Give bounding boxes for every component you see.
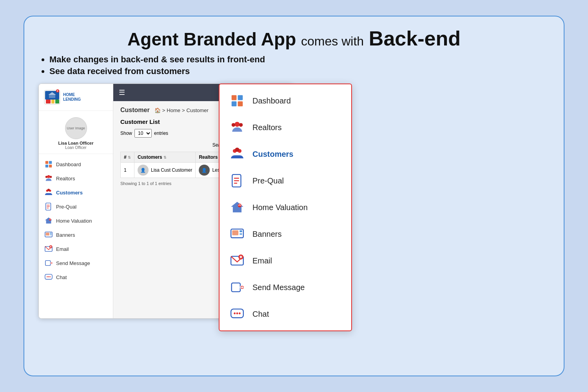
svg-rect-2 <box>46 100 51 103</box>
dashboard-popup-icon <box>230 93 245 108</box>
popup-label-dashboard: Dashboard <box>252 96 291 105</box>
sidebar-item-banners[interactable]: Banners <box>39 228 113 242</box>
svg-point-48 <box>235 148 239 152</box>
popup-icon-banners <box>228 225 246 243</box>
email-popup-icon <box>230 253 245 268</box>
sidebar-item-home-valuation[interactable]: Home Valuation <box>39 214 113 228</box>
sidebar-label-customers: Customers <box>56 190 83 196</box>
popup-item-send-message[interactable]: Send Message <box>220 274 351 301</box>
popup-menu: Dashboard Realtors Customers Pre-Qual Ho… <box>219 83 352 331</box>
popup-icon-pre-qual <box>228 172 246 190</box>
svg-point-36 <box>47 276 48 278</box>
cell-num: 1 <box>121 163 134 178</box>
bullet-1: Make changes in back-end & see results i… <box>49 54 550 65</box>
breadcrumb-sep1: > <box>162 107 165 113</box>
realtors-popup-icon <box>230 120 245 135</box>
svg-rect-56 <box>232 230 238 236</box>
popup-label-send-message: Send Message <box>252 283 305 292</box>
sidebar-item-chat[interactable]: Chat <box>39 270 113 284</box>
email-icon <box>44 245 53 253</box>
svg-rect-57 <box>240 230 242 232</box>
send-message-icon <box>44 259 53 267</box>
sidebar-item-email[interactable]: Email <box>39 242 113 256</box>
popup-icon-home-valuation <box>228 198 246 216</box>
popup-item-pre-qual[interactable]: Pre-Qual <box>220 167 351 194</box>
banners-icon <box>44 230 53 239</box>
svg-point-66 <box>234 312 236 314</box>
svg-rect-33 <box>45 261 51 266</box>
popup-item-home-valuation[interactable]: Home Valuation <box>220 194 351 221</box>
popup-item-chat[interactable]: Chat <box>220 301 351 327</box>
user-image-label: User Image <box>67 126 85 130</box>
svg-point-44 <box>239 123 243 127</box>
popup-item-banners[interactable]: Banners <box>220 221 351 247</box>
popup-label-pre-qual: Pre-Qual <box>252 176 284 185</box>
popup-item-dashboard[interactable]: Dashboard <box>220 87 351 114</box>
svg-rect-10 <box>49 161 52 164</box>
svg-point-38 <box>49 276 51 278</box>
svg-rect-3 <box>51 100 54 103</box>
sidebar-item-realtors[interactable]: Realtors <box>39 171 113 185</box>
hamburger-icon[interactable]: ☰ <box>119 88 125 97</box>
breadcrumb-home: Home <box>167 107 180 113</box>
sidebar-item-pre-qual[interactable]: Pre-Qual <box>39 200 113 214</box>
svg-rect-39 <box>232 95 237 100</box>
customer-avatar: 👤 <box>138 165 149 176</box>
popup-icon-email <box>228 252 246 270</box>
bullet-2: See data received from customers <box>49 66 550 76</box>
outer-card: Agent Branded App comes with Back-end Ma… <box>24 16 564 376</box>
home-valuation-popup-icon <box>230 200 245 215</box>
breadcrumb-section: Customer <box>120 107 150 114</box>
sidebar-label-home-valuation: Home Valuation <box>56 218 92 224</box>
breadcrumb-sep2: > <box>182 107 185 113</box>
user-role: Loan Officer <box>43 145 109 150</box>
sidebar-label-email: Email <box>56 246 69 252</box>
popup-item-email[interactable]: Email <box>220 247 351 274</box>
logo-icon <box>44 89 61 105</box>
headline-comes-with: comes with <box>301 34 364 48</box>
sidebar-item-dashboard[interactable]: Dashboard <box>39 157 113 171</box>
send-message-popup-icon <box>230 280 245 295</box>
popup-icon-customers <box>228 145 246 163</box>
breadcrumb-home-icon: 🏠 <box>154 107 161 113</box>
svg-marker-23 <box>45 218 52 224</box>
dashboard-icon <box>44 160 53 169</box>
popup-label-home-valuation: Home Valuation <box>252 203 308 212</box>
sidebar-item-send-message[interactable]: Send Message <box>39 256 113 270</box>
sidebar-label-realtors: Realtors <box>56 176 75 181</box>
customers-popup-icon <box>230 147 245 162</box>
popup-label-customers: Customers <box>252 150 293 159</box>
svg-rect-26 <box>46 233 49 236</box>
svg-point-18 <box>47 189 50 191</box>
popup-icon-realtors <box>228 118 246 136</box>
svg-rect-11 <box>45 165 48 167</box>
user-image: User Image <box>65 117 87 139</box>
sidebar-user: User Image Lisa Loan Officer Loan Office… <box>39 115 113 154</box>
popup-icon-send-message <box>228 278 246 296</box>
svg-rect-41 <box>232 102 237 107</box>
svg-point-14 <box>50 176 52 178</box>
headline-part2: Back-end <box>369 27 461 50</box>
chat-icon <box>44 273 53 281</box>
svg-point-13 <box>47 175 50 178</box>
popup-label-email: Email <box>252 256 272 265</box>
chat-popup-icon <box>230 307 245 321</box>
sidebar-label-dashboard: Dashboard <box>56 162 81 167</box>
popup-label-realtors: Realtors <box>252 123 281 132</box>
show-select[interactable]: 10 25 50 <box>134 129 152 138</box>
user-name: Lisa Loan Officer <box>43 141 109 145</box>
col-num: # ⇅ <box>121 152 134 163</box>
popup-item-realtors[interactable]: Realtors <box>220 114 351 141</box>
breadcrumb-current: Customer <box>187 107 209 113</box>
logo-text: HOMELENDING <box>63 93 81 102</box>
svg-point-24 <box>49 219 51 221</box>
headline-part1: Agent Branded App <box>127 29 296 49</box>
sidebar-logo: HOMELENDING <box>39 89 113 111</box>
svg-point-43 <box>235 122 240 127</box>
popup-item-customers[interactable]: Customers <box>220 141 351 167</box>
sidebar-label-chat: Chat <box>56 274 67 280</box>
svg-marker-53 <box>231 202 243 212</box>
sidebar-item-customers[interactable]: Customers <box>39 185 113 200</box>
realtors-icon <box>44 174 53 183</box>
pre-qual-icon <box>44 202 53 211</box>
